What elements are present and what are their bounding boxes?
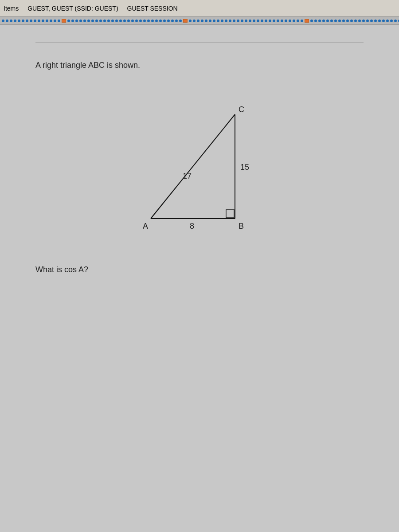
vertical-label: 15	[240, 163, 249, 172]
svg-line-1	[151, 114, 235, 219]
vertex-c-label: C	[239, 105, 244, 114]
guest-info: GUEST, GUEST (SSID: GUEST)	[27, 5, 118, 12]
triangle-svg-area: A B C 17 15 8	[115, 88, 284, 239]
triangle-container: A B C 17 15 8	[35, 88, 364, 239]
sub-question: What is cos A?	[35, 265, 364, 274]
section-divider	[35, 43, 364, 43]
items-menu[interactable]: Items	[4, 5, 19, 12]
svg-rect-0	[226, 210, 234, 218]
horizontal-label: 8	[190, 222, 194, 231]
question-prompt: A right triangle ABC is shown.	[35, 61, 364, 70]
divider-bar: const bar = document.querySelector('.div…	[0, 17, 399, 25]
vertex-b-label: B	[239, 222, 244, 231]
content-area: A right triangle ABC is shown. A B C	[0, 25, 399, 292]
top-bar: Items GUEST, GUEST (SSID: GUEST) GUEST S…	[0, 0, 399, 17]
guest-session: GUEST SESSION	[127, 5, 178, 12]
vertex-a-label: A	[143, 222, 148, 231]
triangle-svg: A B C 17 15 8	[115, 88, 284, 239]
hypotenuse-label: 17	[183, 172, 192, 180]
